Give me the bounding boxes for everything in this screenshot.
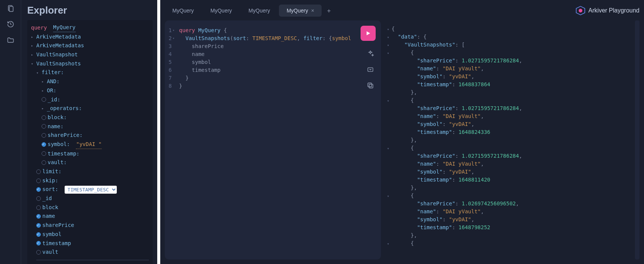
brand-icon — [576, 6, 585, 16]
field-vault[interactable]: vault — [31, 248, 149, 257]
svg-marker-4 — [367, 31, 370, 36]
filter-shareprice[interactable]: sharePrice: — [31, 131, 149, 140]
sort-select[interactable]: TIMESTAMP_DESC — [65, 186, 117, 194]
filter-id[interactable]: _id: — [31, 95, 149, 104]
resize-handle[interactable] — [157, 0, 160, 264]
field-block[interactable]: block — [31, 203, 149, 212]
type-arkivemetadatas[interactable]: ▸ArkiveMetadatas — [31, 41, 149, 50]
tab-3[interactable]: MyQuery × — [279, 5, 322, 17]
filter-vault[interactable]: vault: — [31, 158, 149, 167]
type-vaultsnapshots[interactable]: ▾VaultSnapshots — [31, 59, 149, 68]
query-header[interactable]: query MyQuery — [31, 23, 149, 33]
field-shareprice[interactable]: sharePrice — [31, 221, 149, 230]
explorer-panel: Explorer query MyQuery ▸ArkiveMetadata ▸… — [21, 0, 157, 264]
filter-timestamp[interactable]: timestamp: — [31, 149, 149, 158]
history-icon[interactable] — [6, 20, 15, 29]
type-arkivemetadata[interactable]: ▸ArkiveMetadata — [31, 33, 149, 42]
scrollbar[interactable] — [635, 20, 639, 259]
brand: Arkiver Playground — [576, 6, 639, 16]
svg-rect-1 — [9, 6, 13, 11]
explorer-title: Explorer — [27, 5, 153, 16]
field-id[interactable]: _id — [31, 194, 149, 203]
tab-2[interactable]: MyQuery — [241, 5, 278, 17]
close-icon[interactable]: × — [311, 8, 314, 14]
arg-skip[interactable]: skip: — [31, 176, 149, 185]
arg-filter[interactable]: ▾filter: — [31, 68, 149, 77]
add-tab-button[interactable]: + — [323, 5, 334, 17]
copy-icon[interactable] — [367, 82, 374, 89]
run-button[interactable] — [361, 26, 376, 41]
field-timestamp[interactable]: timestamp — [31, 239, 149, 248]
divider — [36, 260, 149, 260]
filter-or[interactable]: ▸OR: — [31, 86, 149, 95]
filter-symbol[interactable]: symbol: "yvDAI " — [31, 140, 149, 149]
filter-block[interactable]: block: — [31, 113, 149, 122]
results-panel[interactable]: ▾{▾ "data": {▾ "VaultSnapshots": [▾ { "s… — [381, 20, 635, 259]
filter-operators[interactable]: ▸_operators: — [31, 104, 149, 113]
arg-limit[interactable]: limit: — [31, 167, 149, 176]
merge-icon[interactable] — [367, 66, 374, 73]
filter-and[interactable]: ▸AND: — [31, 77, 149, 86]
main-area: MyQuery MyQuery MyQuery MyQuery × + Arki… — [160, 0, 644, 264]
tab-bar: MyQuery MyQuery MyQuery MyQuery × + Arki… — [165, 5, 639, 17]
svg-rect-7 — [368, 83, 372, 87]
tab-0[interactable]: MyQuery — [165, 5, 201, 17]
arg-sort[interactable]: sort: TIMESTAMP_DESC — [31, 185, 149, 194]
icon-rail — [0, 0, 21, 264]
field-name[interactable]: name — [31, 212, 149, 221]
tab-1[interactable]: MyQuery — [203, 5, 240, 17]
field-symbol[interactable]: symbol — [31, 230, 149, 239]
type-vaultsnapshot[interactable]: ▸VaultSnapshot — [31, 50, 149, 59]
svg-point-3 — [579, 9, 582, 12]
svg-rect-6 — [369, 84, 373, 88]
filter-name[interactable]: name: — [31, 122, 149, 131]
folder-icon[interactable] — [6, 36, 15, 45]
prettify-icon[interactable] — [367, 50, 374, 57]
docs-icon[interactable] — [6, 4, 15, 13]
explorer-tree: query MyQuery ▸ArkiveMetadata ▸ArkiveMet… — [27, 20, 153, 264]
query-editor[interactable]: 1▾2▾3 4 5 6 7 8 query MyQuery { VaultSna… — [165, 20, 381, 259]
